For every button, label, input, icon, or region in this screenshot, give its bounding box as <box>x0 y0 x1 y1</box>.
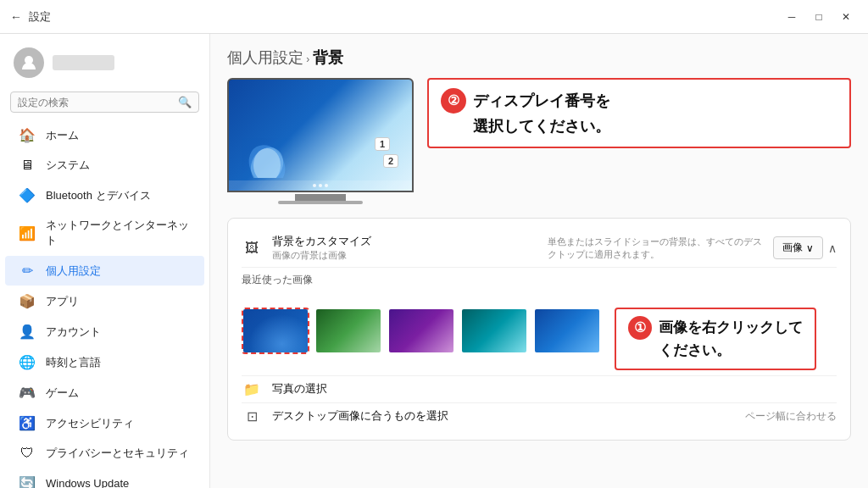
nav-label-accessibility: アクセシビリティ <box>46 416 134 431</box>
nav-icon-time: 🌐 <box>19 354 36 370</box>
breadcrumb-arrow: › <box>306 53 309 65</box>
sidebar-item-accounts[interactable]: 👤 アカウント <box>5 317 204 347</box>
sidebar-item-privacy[interactable]: 🛡 プライバシーとセキュリティ <box>5 439 204 468</box>
taskbar-bar <box>229 180 412 191</box>
taskbar-dot <box>325 184 328 187</box>
customize-sub: 画像の背景は画像 <box>272 249 537 262</box>
thumb-5[interactable] <box>533 308 601 354</box>
photo-select-row[interactable]: 📁 写真の選択 <box>242 376 837 403</box>
thumb-5-inner <box>535 309 599 352</box>
thumb-1-inner <box>243 309 308 352</box>
dropdown-label: 画像 <box>782 241 803 255</box>
sidebar-item-apps[interactable]: 📦 アプリ <box>5 286 204 316</box>
annotation-2-circle: ② <box>441 88 466 114</box>
customize-control: 単色またはスライドショーの背景は、すべてのデスクトップに適用されます。 画像 ∨… <box>548 236 837 261</box>
nav-icon-update: 🔄 <box>19 475 36 488</box>
fit-icon: ⊡ <box>242 408 262 424</box>
nav-label-gaming: ゲーム <box>46 385 79 401</box>
close-button[interactable]: ✕ <box>834 7 858 27</box>
monitor-screen <box>229 80 412 191</box>
nav-icon-accessibility: ♿ <box>19 415 36 431</box>
nav-label-time: 時刻と言語 <box>46 355 101 370</box>
background-section: 🖼 背景をカスタマイズ 画像の背景は画像 単色またはスライドショーの背景は、すべ… <box>227 218 851 441</box>
nav-label-personalization: 個人用設定 <box>46 263 101 279</box>
annotation-box-1: ① 画像を右クリックして ください。 <box>615 308 816 370</box>
nav-icon-privacy: 🛡 <box>19 446 36 461</box>
sidebar-item-time[interactable]: 🌐 時刻と言語 <box>5 347 204 377</box>
taskbar-dot <box>319 184 322 187</box>
note-text: 単色またはスライドショーの背景は、すべてのデスクトップに適用されます。 <box>548 236 768 261</box>
taskbar-dot <box>313 184 316 187</box>
fit-label: デスクトップ画像に合うものを選択 <box>272 408 735 424</box>
search-box[interactable]: 🔍 <box>10 92 199 113</box>
titlebar: ← 設定 ─ □ ✕ <box>0 0 868 34</box>
monitor-base <box>278 201 363 204</box>
customize-text: 背景をカスタマイズ 画像の背景は画像 <box>272 234 537 262</box>
recent-label: 最近使った画像 <box>242 273 313 287</box>
sidebar-item-network[interactable]: 📶 ネットワークとインターネット <box>5 211 204 255</box>
monitor-stand <box>295 194 346 201</box>
sidebar-item-bluetooth[interactable]: 🔷 Bluetooth とデバイス <box>5 180 204 210</box>
photos-label: 写真の選択 <box>272 381 327 396</box>
customize-label: 背景をカスタマイズ <box>272 234 537 249</box>
search-icon: 🔍 <box>178 96 192 108</box>
username <box>53 55 114 70</box>
fit-control: ページ幅に合わせる <box>745 409 837 424</box>
sidebar-item-personalization[interactable]: ✏ 個人用設定 <box>5 256 204 286</box>
nav-icon-personalization: ✏ <box>19 263 36 279</box>
window-controls: ─ □ ✕ <box>780 7 858 27</box>
annotation-1-line2: ください。 <box>628 340 803 362</box>
back-button[interactable]: ← <box>10 10 22 24</box>
thumb-2[interactable] <box>314 308 382 354</box>
nav-label-update: Windows Update <box>46 477 129 488</box>
nav-label-apps: アプリ <box>46 294 79 309</box>
nav-icon-network: 📶 <box>19 225 36 241</box>
annotation-1-header: ① 画像を右クリックして <box>628 316 803 340</box>
nav-label-system: システム <box>46 158 90 173</box>
nav-label-privacy: プライバシーとセキュリティ <box>46 446 189 461</box>
expand-button[interactable]: ∧ <box>828 241 837 255</box>
nav-menu: 🏠 ホーム 🖥 システム 🔷 Bluetooth とデバイス 📶 ネットワークと… <box>0 119 209 488</box>
app-title: 設定 <box>29 9 51 25</box>
fit-text: デスクトップ画像に合うものを選択 <box>272 408 735 424</box>
settings-right: ② ディスプレイ番号を 選択してください。 <box>427 78 851 211</box>
sidebar-item-gaming[interactable]: 🎮 ゲーム <box>5 378 204 408</box>
maximize-button[interactable]: □ <box>807 7 831 27</box>
search-input[interactable] <box>18 97 178 108</box>
annotation-2-line1: ディスプレイ番号を <box>473 90 610 113</box>
image-dropdown[interactable]: 画像 ∨ <box>773 236 823 259</box>
breadcrumb-current: 背景 <box>313 49 343 66</box>
annotation-2-line2: 選択してください。 <box>441 115 837 138</box>
thumb-3-inner <box>389 309 453 352</box>
thumb-4-inner <box>462 309 526 352</box>
nav-icon-bluetooth: 🔷 <box>19 187 36 203</box>
avatar <box>14 47 44 78</box>
recent-images-grid: ① 画像を右クリックして ください。 <box>242 308 816 370</box>
thumb-4[interactable] <box>460 308 528 354</box>
sidebar-item-home[interactable]: 🏠 ホーム <box>5 120 204 150</box>
annotation-1-circle: ① <box>628 316 652 340</box>
display-label-2[interactable]: 2 <box>383 154 398 168</box>
fit-row: ⊡ デスクトップ画像に合うものを選択 ページ幅に合わせる <box>242 403 837 430</box>
sidebar: 🔍 🏠 ホーム 🖥 システム 🔷 Bluetooth とデバイス 📶 ネットワー… <box>0 34 210 488</box>
display-label-1[interactable]: 1 <box>375 137 390 151</box>
fit-value: ページ幅に合わせる <box>745 409 837 424</box>
annotation-2-header: ② ディスプレイ番号を <box>441 88 837 114</box>
monitor-preview-wrapper: 1 2 <box>227 78 414 211</box>
main-layout: 🔍 🏠 ホーム 🖥 システム 🔷 Bluetooth とデバイス 📶 ネットワー… <box>0 34 868 488</box>
thumb-3[interactable] <box>387 308 455 354</box>
minimize-button[interactable]: ─ <box>780 7 804 27</box>
nav-label-network: ネットワークとインターネット <box>46 218 191 248</box>
nav-label-accounts: アカウント <box>46 324 101 340</box>
chevron-down-icon: ∨ <box>806 242 814 254</box>
sidebar-item-system[interactable]: 🖥 システム <box>5 151 204 180</box>
thumb-1[interactable] <box>242 308 309 354</box>
nav-icon-gaming: 🎮 <box>19 385 36 401</box>
folder-icon: 📁 <box>242 381 262 397</box>
sidebar-item-update[interactable]: 🔄 Windows Update <box>5 469 204 488</box>
nav-label-home: ホーム <box>46 128 79 143</box>
annotation-1-line1: 画像を右クリックして <box>659 317 803 339</box>
sidebar-item-accessibility[interactable]: ♿ アクセシビリティ <box>5 408 204 438</box>
nav-icon-accounts: 👤 <box>19 324 36 340</box>
user-profile <box>0 41 209 88</box>
